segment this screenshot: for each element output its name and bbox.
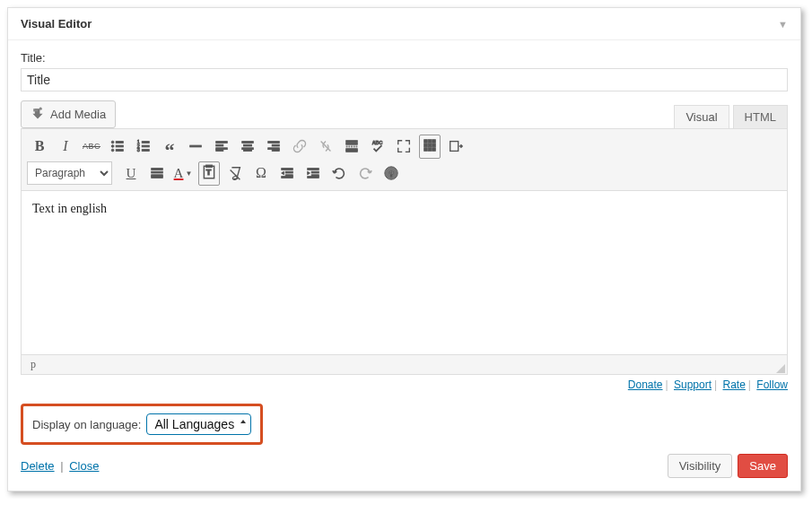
align-center-button[interactable] [235, 135, 260, 158]
align-left-button[interactable] [209, 135, 234, 158]
svg-rect-21 [244, 150, 252, 152]
svg-rect-54 [282, 177, 293, 178]
bulleted-list-button[interactable] [105, 135, 130, 158]
numbered-list-button[interactable]: 123 [131, 135, 156, 158]
resize-grip-icon[interactable] [774, 362, 785, 373]
bottom-actions: Delete | Close Visibility Save [21, 454, 788, 478]
unlink-button[interactable] [313, 135, 338, 158]
svg-rect-31 [346, 151, 358, 152]
link-follow[interactable]: Follow [756, 378, 788, 391]
editor-content-area[interactable]: Text in english [22, 191, 787, 354]
undo-button[interactable] [327, 161, 352, 185]
svg-point-0 [39, 108, 42, 110]
bottom-left-links: Delete | Close [21, 459, 99, 473]
blockquote-button[interactable]: “ [157, 135, 182, 158]
svg-rect-35 [432, 139, 436, 143]
toolbar-row-1: B I ABC 123 “ ABC [27, 133, 781, 160]
clear-formatting-button[interactable] [223, 161, 248, 185]
bold-button[interactable]: B [27, 135, 52, 158]
language-label: Display on language: [32, 418, 141, 431]
bottom-right-buttons: Visibility Save [668, 454, 788, 478]
insert-more-button[interactable] [339, 135, 364, 158]
text-color-button[interactable]: A▼ [170, 161, 196, 185]
tab-visual[interactable]: Visual [674, 105, 729, 128]
svg-rect-22 [268, 142, 280, 143]
svg-rect-19 [244, 144, 252, 146]
chevron-down-icon: ▼ [185, 170, 192, 178]
tab-html[interactable]: HTML [733, 105, 788, 128]
svg-point-3 [111, 145, 114, 148]
svg-rect-4 [116, 145, 123, 147]
toolbar-row-2: Paragraph U A▼ T Ω ? [27, 160, 781, 187]
media-icon [31, 106, 45, 123]
special-character-button[interactable]: Ω [249, 161, 274, 185]
link-support[interactable]: Support [674, 378, 712, 391]
language-row: Display on language: All Languages [21, 404, 263, 445]
svg-rect-46 [152, 177, 163, 178]
svg-rect-29 [346, 146, 358, 147]
svg-rect-23 [272, 144, 279, 146]
svg-rect-25 [272, 150, 279, 152]
visibility-button[interactable]: Visibility [668, 454, 733, 478]
paste-text-button[interactable]: T [196, 161, 222, 185]
underline-button[interactable]: U [118, 161, 144, 185]
language-select-wrap: All Languages [146, 413, 251, 435]
svg-rect-2 [116, 142, 123, 143]
horizontal-rule-button[interactable] [183, 135, 208, 158]
link-button[interactable] [287, 135, 312, 158]
align-right-button[interactable] [261, 135, 286, 158]
widget-header[interactable]: Visual Editor ▼ [8, 8, 800, 40]
svg-rect-18 [242, 142, 254, 143]
title-input[interactable] [21, 68, 788, 91]
link-delete[interactable]: Delete [21, 459, 55, 473]
link-donate[interactable]: Donate [628, 378, 663, 391]
help-button[interactable]: ? [379, 161, 404, 185]
strikethrough-button[interactable]: ABC [79, 135, 104, 158]
svg-line-26 [321, 142, 331, 152]
indent-button[interactable] [301, 161, 326, 185]
add-media-button[interactable]: Add Media [21, 100, 116, 128]
svg-rect-36 [424, 143, 428, 147]
editor-toolbar: B I ABC 123 “ ABC [22, 129, 787, 191]
svg-rect-13 [190, 145, 202, 147]
italic-button[interactable]: I [53, 135, 78, 158]
svg-rect-15 [216, 144, 223, 146]
svg-point-1 [111, 141, 114, 143]
svg-rect-44 [152, 171, 163, 173]
save-button[interactable]: Save [738, 454, 788, 478]
editor-tabs: Visual HTML [674, 105, 788, 128]
svg-rect-41 [432, 147, 436, 151]
svg-rect-10 [142, 145, 149, 147]
visual-editor-widget: Visual Editor ▼ Title: Add Media Visual … [7, 7, 801, 491]
footer-links: Donate| Support| Rate| Follow [21, 378, 788, 391]
toolbar-toggle-button[interactable] [417, 135, 442, 158]
redo-button[interactable] [353, 161, 378, 185]
format-select[interactable]: Paragraph [27, 161, 112, 185]
distraction-free-button[interactable] [443, 135, 468, 158]
svg-rect-17 [216, 150, 223, 152]
svg-rect-39 [424, 147, 428, 151]
svg-rect-43 [152, 169, 163, 170]
widget-title: Visual Editor [21, 17, 92, 30]
svg-rect-8 [142, 142, 149, 143]
spellcheck-button[interactable]: ABC [365, 135, 390, 158]
element-path[interactable]: p [31, 358, 36, 370]
link-rate[interactable]: Rate [722, 378, 745, 391]
editor-top-bar: Add Media Visual HTML [21, 100, 788, 128]
title-label: Title: [21, 51, 788, 65]
svg-rect-28 [346, 143, 358, 144]
align-justify-button[interactable] [144, 161, 170, 185]
collapse-toggle-icon[interactable]: ▼ [778, 19, 788, 30]
svg-point-5 [111, 149, 114, 152]
svg-text:?: ? [389, 169, 394, 178]
svg-rect-14 [216, 142, 228, 143]
title-field: Title: [21, 51, 788, 91]
outdent-button[interactable] [275, 161, 300, 185]
language-select[interactable]: All Languages [146, 413, 251, 435]
svg-text:ABC: ABC [372, 140, 383, 145]
link-close[interactable]: Close [69, 459, 99, 473]
add-media-label: Add Media [50, 108, 106, 121]
svg-rect-33 [424, 139, 428, 143]
fullscreen-button[interactable] [391, 135, 416, 158]
svg-rect-37 [428, 143, 432, 147]
